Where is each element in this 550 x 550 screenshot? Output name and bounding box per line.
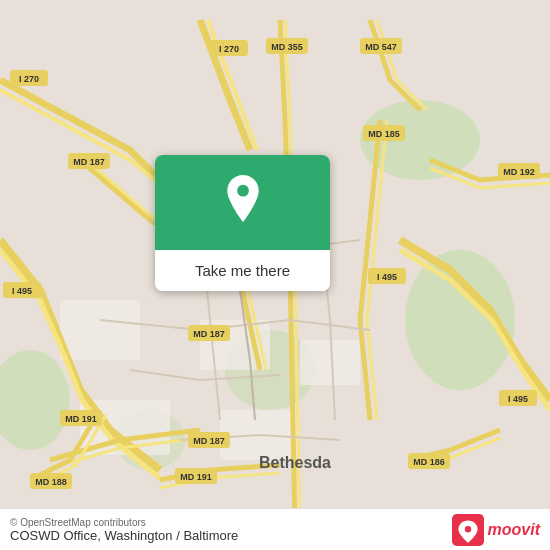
svg-point-46 — [464, 526, 470, 532]
svg-text:I 495: I 495 — [377, 272, 397, 282]
moovit-icon — [452, 514, 484, 546]
take-me-there-button[interactable]: Take me there — [155, 250, 330, 291]
popup-card: Take me there — [155, 155, 330, 291]
svg-text:MD 187: MD 187 — [193, 329, 225, 339]
location-text: COSWD Office, Washington / Baltimore — [10, 528, 238, 543]
svg-text:MD 547: MD 547 — [365, 42, 397, 52]
svg-text:I 270: I 270 — [219, 44, 239, 54]
popup-header — [155, 155, 330, 250]
copyright-text: © OpenStreetMap contributors — [10, 517, 238, 528]
svg-text:MD 185: MD 185 — [368, 129, 400, 139]
svg-text:MD 187: MD 187 — [73, 157, 105, 167]
svg-text:MD 355: MD 355 — [271, 42, 303, 52]
map-container: I 270 I 270 MD 355 MD 547 MD 187 MD 185 … — [0, 0, 550, 550]
location-info: © OpenStreetMap contributors COSWD Offic… — [10, 517, 238, 543]
svg-text:Bethesda: Bethesda — [259, 454, 331, 471]
svg-rect-8 — [300, 340, 360, 385]
svg-text:I 270: I 270 — [19, 74, 39, 84]
svg-text:MD 187: MD 187 — [193, 436, 225, 446]
svg-text:MD 188: MD 188 — [35, 477, 67, 487]
moovit-text: moovit — [488, 521, 540, 539]
svg-text:MD 192: MD 192 — [503, 167, 535, 177]
moovit-logo: moovit — [452, 514, 540, 546]
svg-point-44 — [237, 185, 249, 197]
svg-rect-6 — [60, 300, 140, 360]
info-bar: © OpenStreetMap contributors COSWD Offic… — [0, 508, 550, 550]
svg-text:MD 191: MD 191 — [65, 414, 97, 424]
svg-text:MD 191: MD 191 — [180, 472, 212, 482]
location-pin-icon — [218, 175, 268, 230]
svg-text:I 495: I 495 — [12, 286, 32, 296]
svg-text:I 495: I 495 — [508, 394, 528, 404]
svg-text:MD 186: MD 186 — [413, 457, 445, 467]
